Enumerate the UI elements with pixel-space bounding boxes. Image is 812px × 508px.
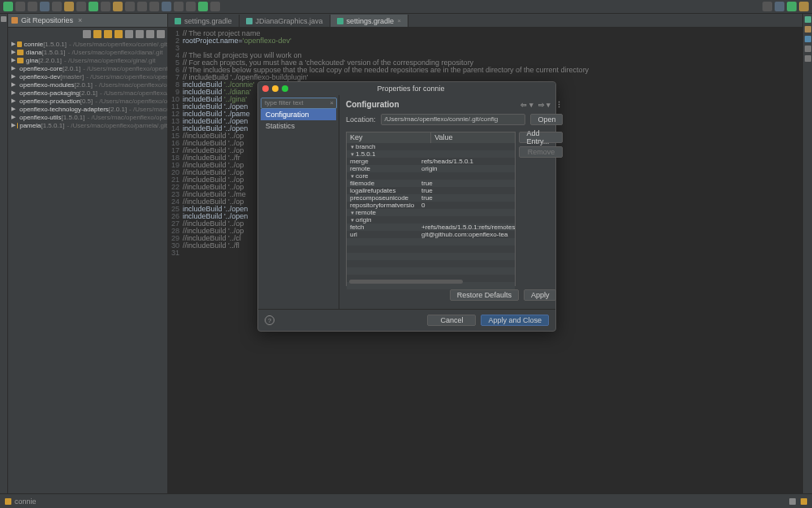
gutter-icon[interactable] [805, 26, 811, 33]
toolbar-icon[interactable] [89, 2, 98, 11]
table-row[interactable]: ▼origin [347, 216, 515, 224]
cancel-button[interactable]: Cancel [427, 315, 476, 326]
repo-item[interactable]: ▶openflexo-packaging [2.0.1]- /Users/mac… [10, 89, 167, 97]
table-row[interactable]: remoteorigin [347, 165, 515, 172]
table-row[interactable]: urlgit@github.com:openflexo-tea [347, 231, 515, 238]
repo-item[interactable]: ▶openflexo-core [2.0.1]- /Users/mac/open… [10, 64, 167, 72]
horizontal-scrollbar[interactable] [349, 280, 463, 284]
collapse-icon[interactable] [83, 30, 91, 38]
toolbar-icon[interactable] [775, 2, 784, 11]
forward-icon[interactable]: ⇨ ▾ [538, 101, 551, 109]
filter-placeholder: type filter text [265, 99, 304, 106]
repo-item[interactable]: ▶gina [2.2.0.1]- /Users/mac/openflexo/gi… [10, 56, 167, 64]
table-row[interactable]: mergerefs/heads/1.5.0.1 [347, 158, 515, 165]
add-entry-button[interactable]: Add Entry... [519, 132, 563, 143]
dialog-titlebar[interactable]: Properties for connie [258, 82, 555, 95]
toolbar-icon[interactable] [76, 2, 86, 11]
clear-icon[interactable]: × [330, 99, 334, 106]
search-icon[interactable] [762, 2, 772, 11]
back-icon[interactable]: ⇦ ▾ [520, 101, 533, 109]
git-repositories-view: Git Repositories × ▶connie [1.5.0.1]- /U… [8, 14, 168, 493]
repo-item[interactable]: ▶openflexo-modules [2.0.1]- /Users/mac/o… [10, 80, 167, 89]
right-gutter [802, 14, 812, 493]
close-icon[interactable]: × [78, 16, 82, 24]
repo-item[interactable]: ▶connie [1.5.0.1]- /Users/mac/openflexo/… [10, 40, 167, 48]
table-row[interactable]: ▼core [347, 172, 515, 180]
table-row[interactable]: repositoryformatversio0 [347, 202, 515, 209]
location-label: Location: [346, 115, 376, 124]
toolbar-icon[interactable] [3, 2, 13, 11]
dialog-title: Properties for connie [270, 85, 551, 93]
toolbar-icon[interactable] [210, 2, 220, 11]
editor-tab[interactable]: settings.gradle [168, 15, 240, 27]
toolbar-icon[interactable] [40, 2, 50, 11]
toolbar-icon[interactable] [162, 2, 171, 11]
column-key[interactable]: Key [347, 132, 431, 143]
toolbar-icon[interactable] [787, 2, 797, 11]
toolbar-icon[interactable] [15, 2, 25, 11]
toolbar-icon[interactable] [174, 2, 184, 11]
restore-defaults-button[interactable]: Restore Defaults [450, 289, 519, 301]
repo-item[interactable]: ▶openflexo-production [0.5]- /Users/mac/… [10, 97, 167, 105]
close-window-icon[interactable] [262, 85, 269, 92]
repo-item[interactable]: ▶openflexo-dev [master]- /Users/mac/open… [10, 72, 167, 80]
editor-tab[interactable]: settings.gradle× [330, 15, 408, 27]
toolbar-icon[interactable] [113, 2, 123, 11]
toolbar-icon[interactable] [28, 2, 37, 11]
editor-tab[interactable]: JDianaGraphics.java [240, 15, 330, 27]
view-tab[interactable]: Git Repositories × [8, 14, 167, 28]
status-icon[interactable] [801, 498, 807, 505]
column-value[interactable]: Value [431, 132, 515, 143]
refresh-icon[interactable] [104, 30, 112, 38]
gutter-icon[interactable] [805, 55, 811, 62]
gutter-icon[interactable] [1, 16, 6, 22]
menu-icon[interactable]: ⋮ [555, 101, 563, 109]
status-icon[interactable] [789, 498, 796, 505]
toolbar-icon[interactable] [101, 2, 110, 11]
icon[interactable] [136, 30, 144, 38]
toolbar-icon[interactable] [52, 2, 62, 11]
dialog-sidebar: type filter text × ConfigurationStatisti… [258, 95, 339, 309]
left-gutter [0, 14, 8, 493]
open-button[interactable]: Open [530, 114, 563, 125]
gutter-icon[interactable] [805, 46, 811, 52]
repo-item[interactable]: ▶pamela [1.5.0.1]- /Users/mac/openflexo/… [10, 121, 167, 129]
config-table[interactable]: Key Value ▼branch▼1.5.0.1mergerefs/heads… [346, 132, 516, 286]
table-row[interactable]: ▼1.5.0.1 [347, 150, 515, 158]
gutter-icon[interactable] [805, 16, 811, 23]
status-text: connie [15, 497, 37, 506]
perspective-icon[interactable] [799, 2, 809, 11]
apply-button[interactable]: Apply [524, 289, 557, 301]
properties-dialog: Properties for connie type filter text ×… [257, 81, 556, 332]
icon[interactable] [125, 30, 133, 38]
toolbar-icon[interactable] [64, 2, 74, 11]
folder-icon [5, 498, 11, 505]
help-icon[interactable]: ? [265, 315, 274, 325]
link-icon[interactable] [93, 30, 102, 38]
apply-and-close-button[interactable]: Apply and Close [481, 315, 549, 326]
git-icon [11, 17, 18, 24]
toolbar-icon[interactable] [149, 2, 159, 11]
toolbar-icon[interactable] [125, 2, 135, 11]
table-row[interactable]: filemodetrue [347, 180, 515, 187]
toolbar-icon[interactable] [186, 2, 196, 11]
menu-icon[interactable] [157, 30, 165, 38]
toolbar-icon[interactable] [198, 2, 208, 11]
table-row[interactable]: logallrefupdatestrue [347, 187, 515, 194]
filter-input[interactable]: type filter text × [261, 98, 337, 109]
table-row[interactable]: ▼remote [347, 209, 515, 216]
icon[interactable] [146, 30, 154, 38]
repo-item[interactable]: ▶diana [1.5.0.1]- /Users/mac/openflexo/d… [10, 48, 167, 56]
gutter-icon[interactable] [805, 36, 811, 42]
table-row[interactable]: fetch+refs/heads/1.5.0.1:refs/remotes [347, 224, 515, 231]
table-row[interactable]: ▼branch [347, 143, 515, 150]
category-item[interactable]: Configuration [261, 109, 336, 120]
category-item[interactable]: Statistics [261, 120, 336, 132]
table-row[interactable]: precomposeunicodetrue [347, 194, 515, 202]
repo-item[interactable]: ▶openflexo-technology-adapters [2.0.1]- … [10, 105, 167, 113]
view-toolbar [8, 28, 167, 40]
location-input[interactable]: /Users/mac/openflexo/connie/.git/config [381, 114, 526, 125]
repo-item[interactable]: ▶openflexo-utils [1.5.0.1]- /Users/mac/o… [10, 113, 167, 121]
icon[interactable] [114, 30, 123, 38]
toolbar-icon[interactable] [137, 2, 147, 11]
